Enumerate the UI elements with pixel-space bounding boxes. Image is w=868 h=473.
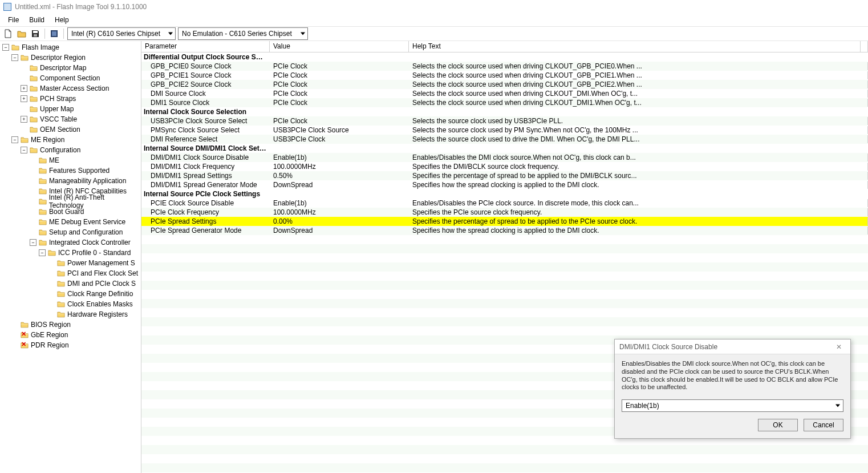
grid-row[interactable]: DMI/DMI1 Clock Source DisableEnable(1b)E…	[141, 153, 868, 162]
tree-item-master-access-section[interactable]: +Master Access Section	[0, 83, 141, 94]
dialog-combo[interactable]: Enable(1b)	[622, 399, 843, 412]
grid-row-empty	[141, 317, 868, 326]
grid-row[interactable]: GPB_PCIE2 Source ClockPCIe ClockSelects …	[141, 80, 868, 89]
grid-row-empty	[141, 290, 868, 299]
grid-row[interactable]: PMSync Clock Source SelectUSB3PCIe Clock…	[141, 126, 868, 135]
tree-item-descriptor-map[interactable]: Descriptor Map	[0, 63, 141, 73]
tree-item-me-region[interactable]: −ME Region	[0, 135, 141, 145]
grid-row[interactable]: Differential Output Clock Source Sele...	[141, 52, 868, 62]
menu-help[interactable]: Help	[50, 15, 74, 25]
grid-row[interactable]: DMI Reference SelectUSB3PCIe ClockSelect…	[141, 135, 868, 144]
tree-label: ME Region	[31, 136, 64, 144]
menu-build[interactable]: Build	[25, 15, 49, 25]
tree-collapse-icon[interactable]: −	[21, 147, 27, 153]
folder-icon	[39, 198, 47, 205]
tree-collapse-icon[interactable]: −	[30, 239, 36, 246]
tree-item-descriptor-region[interactable]: −Descriptor Region	[0, 52, 141, 63]
tree-label: Clock Range Definitio	[67, 290, 133, 298]
col-help[interactable]: Help Text	[409, 41, 861, 52]
folder-icon	[39, 219, 47, 225]
cell-help: Specifies the percentage of spread to be…	[409, 172, 868, 180]
tree-item-power-mgmt[interactable]: Power Management S	[0, 258, 141, 268]
save-file-icon[interactable]	[30, 28, 41, 39]
tree-item-me[interactable]: ME	[0, 155, 141, 165]
grid-row[interactable]: Internal Source DMI/DMI1 Clock Setti...	[141, 144, 868, 153]
tree-item-vscc-table[interactable]: +VSCC Table	[0, 114, 141, 124]
tree-expand-icon[interactable]: +	[21, 85, 27, 92]
grid-row[interactable]: Internal Clock Source Selection	[141, 107, 868, 116]
dialog-title: DMI/DMI1 Clock Source Disable	[619, 343, 717, 351]
col-parameter[interactable]: Parameter	[141, 41, 270, 52]
tree-item-oem-section[interactable]: OEM Section	[0, 124, 141, 135]
grid-row[interactable]: PCIe Clock Frequency100.0000MHzSpecifies…	[141, 208, 868, 217]
grid-row[interactable]: DMI/DMI1 Spread Settings0.50%Specifies t…	[141, 171, 868, 180]
build-icon[interactable]	[48, 28, 60, 39]
tree-toggle-spacer	[48, 290, 55, 297]
tree-label: ME Debug Event Service	[49, 218, 125, 226]
grid-row[interactable]: GPB_PCIE1 Source ClockPCIe ClockSelects …	[141, 71, 868, 80]
tree-expand-icon[interactable]: +	[21, 116, 27, 123]
col-value[interactable]: Value	[270, 41, 409, 52]
grid-row[interactable]: PCIe Spread Generator ModeDownSpreadSpec…	[141, 226, 868, 235]
tree-item-manageability-application[interactable]: Manageability Application	[0, 176, 141, 186]
tree-item-setup-config[interactable]: Setup and Configuration	[0, 227, 141, 237]
grid-row[interactable]: GPB_PCIE0 Source ClockPCIe ClockSelects …	[141, 62, 868, 71]
tree-item-component-section[interactable]: Component Section	[0, 73, 141, 83]
tree-toggle-spacer	[48, 260, 55, 266]
tree-item-icc[interactable]: −Integrated Clock Controller	[0, 237, 141, 248]
tree-item-intel-at[interactable]: Intel (R) Anti-Theft Technology	[0, 196, 141, 207]
folder-icon	[48, 249, 56, 256]
folder-icon	[57, 301, 65, 308]
cell-value: PCIe Clock	[270, 80, 409, 88]
grid-row-empty	[141, 454, 868, 463]
grid-row[interactable]: Internal Source PCIe Clock Settings	[141, 189, 868, 199]
tree-item-dmi-pcie[interactable]: DMI and PCIe Clock S	[0, 278, 141, 289]
cell-help: Specifies the percentage of spread to be…	[409, 217, 868, 225]
chipset-combo[interactable]: Intel (R) C610 Series Chipset	[67, 27, 176, 40]
new-file-icon[interactable]	[2, 28, 14, 39]
grid-row[interactable]: DMI1 Source ClockPCIe ClockSelects the c…	[141, 98, 868, 107]
tree-item-clock-range[interactable]: Clock Range Definitio	[0, 289, 141, 299]
tree-item-pch-straps[interactable]: +PCH Straps	[0, 94, 141, 104]
tree-item-gbe-region[interactable]: GbE Region	[0, 330, 141, 340]
tree-item-hardware-regs[interactable]: Hardware Registers	[0, 309, 141, 320]
tree-item-me-debug[interactable]: ME Debug Event Service	[0, 217, 141, 227]
cell-value: USB3PCIe Clock Source	[270, 126, 409, 134]
grid-row[interactable]: DMI Source ClockPCIe ClockSelects the cl…	[141, 89, 868, 98]
tree-collapse-icon[interactable]: −	[11, 54, 18, 61]
tree-item-clock-enables[interactable]: Clock Enables Masks	[0, 299, 141, 309]
tree-toggle-spacer	[21, 106, 27, 112]
open-file-icon[interactable]	[16, 28, 27, 39]
tree-item-configuration[interactable]: −Configuration	[0, 145, 141, 155]
tree-item-icc-profile0[interactable]: −ICC Profile 0 - Standard	[0, 248, 141, 258]
ok-button[interactable]: OK	[758, 419, 798, 431]
menu-file[interactable]: File	[3, 15, 23, 25]
grid-row[interactable]: PCIe Spread Settings0.00%Specifies the p…	[141, 217, 868, 226]
tree-item-flash-image[interactable]: −Flash Image	[0, 42, 141, 52]
cell-parameter: Internal Source DMI/DMI1 Clock Setti...	[141, 144, 270, 152]
tree-label: Descriptor Region	[31, 54, 86, 62]
tree-item-pci-flex[interactable]: PCI and Flex Clock Set	[0, 268, 141, 278]
tree-item-pdr-region[interactable]: PDR Region	[0, 340, 141, 350]
tree-collapse-icon[interactable]: −	[11, 136, 18, 143]
grid-row[interactable]: PCIE Clock Source DisableEnable(1b)Enabl…	[141, 199, 868, 208]
tree-item-upper-map[interactable]: Upper Map	[0, 104, 141, 114]
dialog: DMI/DMI1 Clock Source Disable ✕ Enables/…	[614, 339, 851, 439]
grid-row[interactable]: USB3PCIe Clock Source SelectPCIe ClockSe…	[141, 116, 868, 126]
tree-toggle-spacer	[11, 342, 18, 349]
grid-row[interactable]: DMI/DMI1 Spread Generator ModeDownSpread…	[141, 180, 868, 189]
tree-toggle-spacer	[30, 177, 36, 184]
tree[interactable]: −Flash Image−Descriptor RegionDescriptor…	[0, 42, 141, 350]
tree-item-bios-region[interactable]: BIOS Region	[0, 320, 141, 330]
cell-help: Selects the source clock used by PM Sync…	[409, 126, 868, 134]
grid-row[interactable]: DMI/DMI1 Clock Frequency100.0000MHzSpeci…	[141, 162, 868, 171]
emulation-combo[interactable]: No Emulation - C610 Series Chipset	[178, 27, 308, 40]
tree-item-features-supported[interactable]: Features Supported	[0, 165, 141, 176]
close-icon[interactable]: ✕	[832, 343, 846, 351]
cancel-button[interactable]: Cancel	[804, 419, 843, 431]
tree-collapse-icon[interactable]: −	[39, 249, 46, 256]
folder-icon	[21, 136, 29, 143]
grid-row-empty	[141, 253, 868, 262]
tree-expand-icon[interactable]: +	[21, 95, 27, 102]
tree-collapse-icon[interactable]: −	[2, 44, 9, 51]
